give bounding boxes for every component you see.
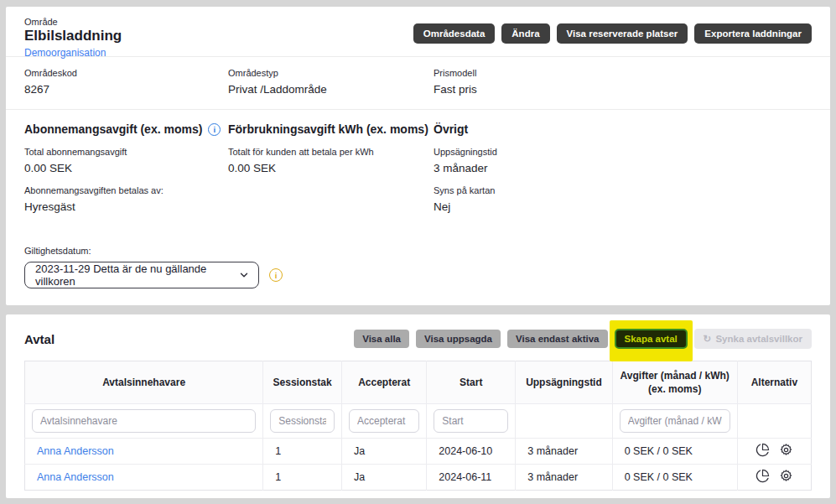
organization-link[interactable]: Demoorganisation — [24, 47, 106, 59]
settings-gear-icon[interactable] — [779, 469, 793, 483]
area-code-value: 8267 — [24, 83, 228, 96]
agreement-holder-link[interactable]: Anna Andersson — [37, 471, 114, 483]
validity-label: Giltighetsdatum: — [24, 246, 812, 256]
filter-start-input[interactable] — [434, 409, 508, 433]
show-reserved-spots-button[interactable]: Visa reserverade platser — [557, 23, 688, 44]
agreements-title: Avtal — [24, 332, 55, 346]
export-chargings-button[interactable]: Exportera laddningar — [694, 23, 812, 44]
validity-selected-option: 2023-11-29 Detta är de nu gällande villk… — [35, 262, 238, 288]
consumption-fee-title: Förbrukningsavgift kWh (ex. moms) — [228, 122, 428, 136]
column-header-sessions: Sessionstak — [263, 361, 342, 404]
filter-fees-input[interactable] — [620, 409, 730, 433]
fee-paid-by-field: Abonnemangsavgiften betalas av: Hyresgäs… — [24, 185, 228, 213]
fee-paid-by-label: Abonnemangsavgiften betalas av: — [24, 185, 228, 195]
accepted-cell: Ja — [342, 465, 427, 491]
notice-cell: 3 månader — [516, 465, 612, 491]
start-cell: 2024-06-11 — [427, 465, 516, 491]
create-agreement-button[interactable]: Skapa avtal — [615, 329, 688, 349]
fee-paid-by-value: Hyresgäst — [24, 200, 228, 213]
column-header-notice: Uppsägningstid — [516, 361, 612, 404]
area-info-row: Områdeskod 8267 Områdestyp Privat /Laddo… — [6, 57, 830, 110]
sessions-cell: 1 — [263, 439, 342, 465]
area-type-field: Områdestyp Privat /Laddområde — [228, 68, 434, 96]
header-actions: Områdesdata Ändra Visa reserverade plats… — [413, 23, 812, 44]
info-icon[interactable]: i — [208, 123, 221, 136]
sessions-cell: 1 — [263, 465, 342, 491]
accepted-cell: Ja — [342, 439, 427, 465]
other-title: Övrigt — [434, 122, 468, 136]
subscription-fee-title: Abonnemangsavgift (ex. moms) — [24, 122, 202, 136]
show-all-button[interactable]: Visa alla — [354, 330, 409, 348]
validity-block: Giltighetsdatum: 2023-11-29 Detta är de … — [6, 246, 830, 288]
warning-info-icon[interactable]: i — [269, 268, 283, 282]
visible-on-map-value: Nej — [434, 200, 812, 213]
per-kwh-field: Totalt för kunden att betala per kWh 0.0… — [228, 147, 434, 174]
column-header-accepted: Accepterat — [342, 361, 427, 404]
subscription-fee-section: Abonnemangsavgift (ex. moms) i Total abo… — [24, 122, 228, 224]
agreements-actions: Visa alla Visa uppsagda Visa endast akti… — [354, 329, 812, 349]
area-data-button[interactable]: Områdesdata — [413, 23, 496, 44]
area-type-label: Områdestyp — [228, 68, 434, 78]
statistics-pie-chart-icon[interactable] — [756, 443, 770, 457]
column-header-options: Alternativ — [737, 361, 811, 404]
chevron-down-icon — [238, 269, 250, 281]
column-header-start: Start — [427, 361, 516, 404]
area-details-card: Område Elbilsladdning Demoorganisation O… — [6, 7, 830, 305]
breadcrumb: Område — [24, 17, 122, 27]
validity-date-select[interactable]: 2023-11-29 Detta är de nu gällande villk… — [24, 262, 259, 288]
fees-cell: 0 SEK / 0 SEK — [612, 439, 737, 465]
filter-accepted-input[interactable] — [349, 409, 419, 433]
fee-sections-row: Abonnemangsavgift (ex. moms) i Total abo… — [6, 110, 830, 224]
price-model-label: Prismodell — [434, 68, 812, 78]
per-kwh-label: Totalt för kunden att betala per kWh — [228, 147, 434, 157]
fees-cell: 0 SEK / 0 SEK — [612, 465, 737, 491]
price-model-field: Prismodell Fast pris — [434, 68, 812, 96]
other-section: Övrigt Uppsägningstid 3 månader Syns på … — [434, 122, 812, 224]
table-header-row: Avtalsinnehavare Sessionstak Accepterat … — [25, 361, 812, 404]
show-active-only-button[interactable]: Visa endast aktiva — [507, 330, 608, 348]
column-header-fees: Avgifter (månad / kWh) (ex. moms) — [612, 361, 737, 404]
total-subscription-fee-field: Total abonnemangsavgift 0.00 SEK — [24, 147, 228, 174]
filter-holder-input[interactable] — [32, 409, 256, 433]
total-subscription-fee-value: 0.00 SEK — [24, 162, 228, 174]
sync-agreement-terms-button: ↻ Synka avtalsvillkor — [694, 329, 812, 349]
show-terminated-button[interactable]: Visa uppsagda — [416, 330, 501, 348]
notice-period-field: Uppsägningstid 3 månader — [434, 147, 812, 174]
price-model-value: Fast pris — [434, 83, 812, 96]
page-title: Elbilsladdning — [24, 28, 122, 44]
area-code-field: Områdeskod 8267 — [24, 68, 228, 96]
edit-button[interactable]: Ändra — [501, 23, 549, 44]
agreements-table: Avtalsinnehavare Sessionstak Accepterat … — [24, 361, 812, 491]
sync-icon: ↻ — [704, 333, 712, 345]
visible-on-map-label: Syns på kartan — [434, 185, 812, 195]
statistics-pie-chart-icon[interactable] — [756, 469, 770, 483]
table-row: Anna Andersson 1 Ja 2024-06-10 3 månader… — [25, 439, 812, 465]
notice-cell: 3 månader — [516, 439, 612, 465]
table-filter-row — [25, 404, 812, 439]
consumption-fee-section: Förbrukningsavgift kWh (ex. moms) Totalt… — [228, 122, 434, 224]
sync-agreement-terms-label: Synka avtalsvillkor — [715, 334, 802, 344]
total-subscription-fee-label: Total abonnemangsavgift — [24, 147, 228, 157]
area-code-label: Områdeskod — [24, 68, 228, 78]
settings-gear-icon[interactable] — [779, 443, 793, 457]
visible-on-map-field: Syns på kartan Nej — [434, 185, 812, 213]
per-kwh-value: 0.00 SEK — [228, 162, 434, 174]
column-header-holder: Avtalsinnehavare — [25, 361, 263, 404]
filter-sessions-input[interactable] — [270, 409, 335, 433]
table-row: Anna Andersson 1 Ja 2024-06-11 3 månader… — [25, 465, 812, 491]
start-cell: 2024-06-10 — [427, 439, 516, 465]
page-heading-block: Område Elbilsladdning Demoorganisation — [24, 17, 122, 60]
agreement-holder-link[interactable]: Anna Andersson — [37, 445, 114, 457]
agreements-card: Avtal Visa alla Visa uppsagda Visa endas… — [6, 314, 830, 498]
notice-period-value: 3 månader — [434, 162, 812, 174]
area-type-value: Privat /Laddområde — [228, 83, 434, 96]
notice-period-label: Uppsägningstid — [434, 147, 812, 157]
